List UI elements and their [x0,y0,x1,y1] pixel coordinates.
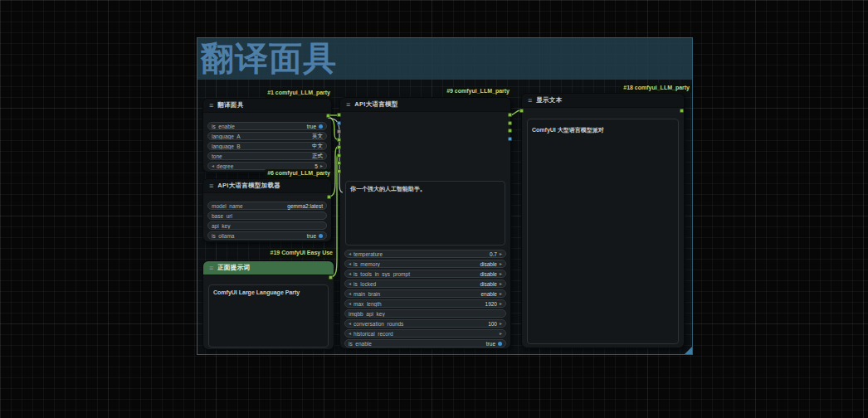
node-show-text-header[interactable]: ≡ 显示文本 [522,94,684,108]
node-title: 翻译面具 [217,101,243,109]
menu-icon[interactable]: ≡ [346,101,350,109]
widget-historical_record[interactable]: ◂ historical_record ▸ [344,329,506,338]
node-translator[interactable]: ≡ 翻译面具 is_enable true language_A 英文 lang… [202,98,332,173]
combo-right-arrow-icon[interactable]: ▸ [500,271,502,276]
input-slot-showtext[interactable] [519,109,524,113]
node-id-badge-llm: #9 comfyui_LLM_party [444,87,512,96]
widget-label: degree [217,163,315,169]
widget-language_B[interactable]: language_B 中文 [207,142,327,150]
widget-tone[interactable]: tone 正式 [207,152,327,160]
combo-right-arrow-icon[interactable]: ▸ [500,291,502,296]
node-title: API大语言模型加载器 [217,182,280,190]
widget-is_locked[interactable]: ◂ is_locked disable ▸ [344,279,506,288]
input-slot-llm-2[interactable] [337,121,341,125]
combo-left-arrow-icon[interactable]: ◂ [349,251,351,256]
combo-left-arrow-icon[interactable]: ◂ [349,261,351,266]
combo-left-arrow-icon[interactable]: ◂ [212,163,214,168]
widget-base_url[interactable]: base_url [207,211,327,220]
combo-left-arrow-icon[interactable]: ◂ [349,281,351,286]
widget-label: api_key [212,223,323,229]
widget-max_length[interactable]: ◂ max_length 1920 ▸ [344,299,506,308]
node-prompt-header[interactable]: ≡ 正面提示词 [203,261,334,275]
menu-icon[interactable]: ≡ [209,265,213,272]
system-prompt-text-area[interactable]: 你一个强大的人工智能助手。 [345,181,505,245]
widget-value: disable [480,271,497,277]
widget-value: 100 [488,321,497,327]
input-slot-llm-4[interactable] [337,138,341,142]
menu-icon[interactable]: ≡ [209,182,213,190]
output-slot-translator[interactable] [326,114,330,118]
widget-label: historical_record [354,331,497,337]
combo-left-arrow-icon[interactable]: ◂ [349,301,351,306]
widget-conversation_rounds[interactable]: ◂ conversation_rounds 100 ▸ [344,319,506,328]
toggle-on-indicator[interactable] [319,234,323,238]
combo-right-arrow-icon[interactable]: ▸ [320,163,323,168]
input-slot-llm-3[interactable] [337,129,341,134]
comfyui-canvas[interactable]: 翻译面具 #1 comfyui_LLM_party #6 comfyui_LLM… [0,0,868,418]
output-slot-showtext[interactable] [680,109,684,113]
input-slot-llm-6[interactable] [337,153,341,158]
widget-imgbb_api_key[interactable]: imgbb_api_key [344,309,506,318]
node-llm[interactable]: ≡ API大语言模型 你一个强大的人工智能助手。 ◂ temperature 0… [339,97,511,349]
combo-right-arrow-icon[interactable]: ▸ [500,321,502,326]
node-llm-header[interactable]: ≡ API大语言模型 [340,98,510,112]
widget-is_tools_in_sys_prompt[interactable]: ◂ is_tools_in_sys_prompt disable ▸ [344,270,506,278]
node-id-badge-showtext: #18 comfyui_LLM_party [621,84,692,93]
widget-label: is_enable [212,124,307,129]
node-loader-header[interactable]: ≡ API大语言模型加载器 [203,179,331,193]
widget-value: disable [480,281,497,287]
widget-is_enable[interactable]: is_enable true [207,122,327,130]
node-loader[interactable]: ≡ API大语言模型加载器 model_name gemma2:latest b… [202,178,332,242]
widget-api_key[interactable]: api_key [207,221,327,230]
output-slot-llm-2[interactable] [508,121,512,125]
widget-value: 正式 [312,153,323,160]
output-slot-prompt[interactable] [329,275,333,279]
output-slot-llm-4[interactable] [508,137,512,141]
node-id-badge-loader: #6 comfyui_LLM_party [265,169,333,178]
widget-value: 5 [315,163,318,169]
output-slot-llm-3[interactable] [508,129,512,133]
widget-value: disable [480,261,497,267]
widget-main_brain[interactable]: ◂ main_brain enable ▸ [344,289,506,298]
node-translator-header[interactable]: ≡ 翻译面具 [203,99,331,113]
output-slot-llm-1[interactable] [508,113,512,117]
input-slot-llm-5[interactable] [337,145,341,149]
widget-label: base_url [212,213,323,219]
widget-label: model_name [212,203,287,209]
input-slot-llm-7[interactable] [337,161,341,165]
combo-left-arrow-icon[interactable]: ◂ [349,331,351,336]
node-id-badge-translator: #1 comfyui_LLM_party [265,89,333,98]
combo-right-arrow-icon[interactable]: ▸ [500,251,502,256]
input-slot-llm-8[interactable] [337,169,341,173]
combo-left-arrow-icon[interactable]: ◂ [349,271,351,276]
menu-icon[interactable]: ≡ [528,97,532,104]
widget-label: temperature [354,251,490,257]
widget-label: imgbb_api_key [349,311,502,317]
widget-value: true [307,233,316,239]
combo-left-arrow-icon[interactable]: ◂ [349,291,351,296]
combo-right-arrow-icon[interactable]: ▸ [500,331,502,336]
widget-is_enable[interactable]: is_enable true [344,339,506,348]
toggle-on-indicator[interactable] [498,342,502,346]
widget-value: true [307,124,316,129]
node-show-text[interactable]: ≡ 显示文本 ComfyUI 大型语言模型派对 [521,93,685,348]
widget-is_memory[interactable]: ◂ is_memory disable ▸ [344,260,506,268]
menu-icon[interactable]: ≡ [209,102,213,109]
toggle-on-indicator[interactable] [319,124,323,129]
combo-right-arrow-icon[interactable]: ▸ [500,281,502,286]
node-prompt[interactable]: ≡ 正面提示词 ComfyUI Large Language Party [202,260,334,350]
combo-right-arrow-icon[interactable]: ▸ [500,261,502,266]
widget-value: enable [480,291,497,297]
widget-label: tone [212,153,312,159]
output-slot-loader[interactable] [327,195,331,199]
combo-left-arrow-icon[interactable]: ◂ [349,321,351,326]
widget-language_A[interactable]: language_A 英文 [207,132,327,140]
group-title[interactable]: 翻译面具 [201,39,337,77]
prompt-text-area[interactable]: ComfyUI Large Language Party [208,284,329,348]
group-resize-handle[interactable] [685,347,692,354]
widget-model_name[interactable]: model_name gemma2:latest [207,202,327,210]
input-slot-llm-1[interactable] [337,113,341,117]
widget-temperature[interactable]: ◂ temperature 0.7 ▸ [344,250,506,258]
widget-is_ollama[interactable]: is_ollama true [207,231,327,240]
combo-right-arrow-icon[interactable]: ▸ [500,301,502,306]
